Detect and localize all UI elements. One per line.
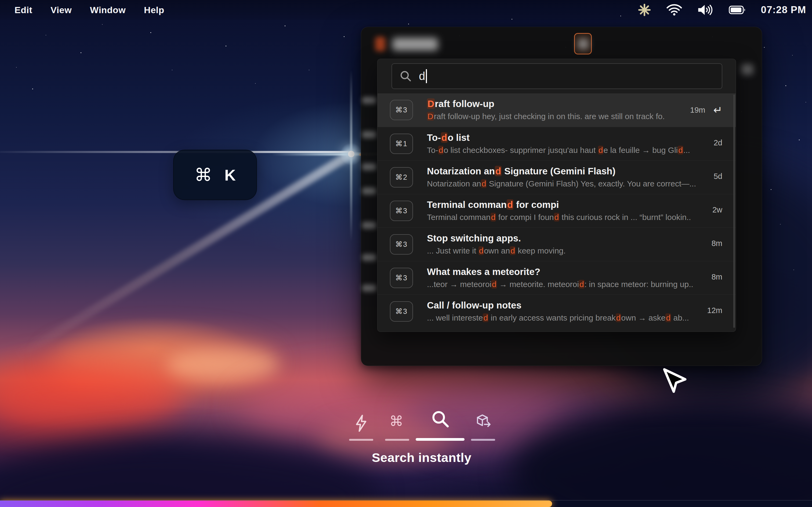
step-underline-active [416, 438, 464, 441]
result-shortcut-badge: ⌘3 [390, 201, 413, 221]
result-time: 19m [690, 106, 705, 115]
command-icon[interactable]: ⌘ [389, 413, 403, 429]
result-time: 5d [714, 172, 722, 181]
match-highlight: D [427, 99, 435, 109]
sidebar-item-blurred [362, 222, 376, 229]
match-highlight: d [554, 213, 560, 222]
return-key-icon: ↵ [713, 105, 722, 115]
match-highlight: d [579, 280, 585, 289]
result-row[interactable]: ⌘1 To-do list To-do list checkboxes- sup… [377, 127, 736, 160]
result-texts: Terminal command for compi Terminal comm… [427, 199, 706, 223]
result-title: Call / follow-up notes [427, 299, 701, 312]
result-meta: 8m [712, 239, 722, 248]
result-subtitle: ... well interested in early access want… [427, 312, 701, 324]
result-time: 2d [714, 138, 722, 147]
result-subtitle: Draft follow-up hey, just checking in on… [427, 111, 683, 122]
result-row[interactable]: ⌘3 Call / follow-up notes ... well inter… [377, 294, 736, 328]
match-highlight: d [483, 313, 489, 322]
command-glyph: ⌘ [194, 165, 212, 185]
result-subtitle: ...teor → meteoroid → meteorite. meteoro… [427, 278, 705, 290]
asterisk-icon[interactable] [638, 3, 651, 17]
sidebar-item-blurred [362, 163, 376, 170]
sidebar-item-blurred [362, 131, 376, 138]
match-highlight: d [481, 179, 487, 188]
result-shortcut-badge: ⌘3 [390, 100, 413, 120]
result-meta: 19m ↵ [690, 105, 722, 115]
sidebar-item-blurred [362, 97, 376, 104]
search-step-icon[interactable] [431, 410, 450, 429]
result-meta: 2d [714, 138, 722, 147]
result-title: Notarization and Signature (Gemini Flash… [427, 165, 707, 177]
result-texts: Stop switching apps. ... Just write it d… [427, 232, 705, 257]
volume-icon[interactable] [697, 3, 714, 16]
cmd-k-shortcut-badge: ⌘ K [173, 150, 257, 200]
horizon-light-streak [0, 151, 352, 153]
result-title: What makes a meteorite? [427, 266, 705, 278]
step-underline [471, 439, 495, 441]
match-highlight: d [616, 313, 621, 322]
result-shortcut-badge: ⌘1 [390, 133, 413, 154]
lens-flare-core [348, 151, 354, 157]
toolbar-button-glyph-blurred [578, 39, 589, 49]
app-icon-blurred [375, 37, 385, 51]
zap-icon[interactable] [354, 415, 368, 432]
result-texts: Notarization and Signature (Gemini Flash… [427, 165, 707, 190]
menu-item-help[interactable]: Help [144, 5, 164, 15]
progress-fill [0, 501, 552, 507]
result-row[interactable]: ⌘2 Notarization and Signature (Gemini Fl… [377, 160, 736, 194]
battery-icon[interactable] [729, 5, 746, 14]
result-row[interactable]: ⌘3 What makes a meteorite? ...teor → met… [377, 261, 736, 294]
result-time: 8m [712, 273, 722, 281]
result-meta: 2w [712, 206, 722, 214]
search-input[interactable]: d [392, 63, 722, 89]
step-underline [385, 439, 409, 441]
progress-track [0, 500, 812, 507]
result-texts: What makes a meteorite? ...teor → meteor… [427, 266, 705, 290]
result-row[interactable]: ⌘3 Draft follow-up Draft follow-up hey, … [377, 93, 736, 127]
match-highlight: d [678, 146, 683, 155]
menu-button-blurred[interactable] [742, 64, 753, 75]
text-caret [426, 69, 427, 83]
result-texts: To-do list To-do list checkboxes- suppri… [427, 131, 707, 156]
match-highlight: d [665, 313, 671, 322]
sidebar-item-blurred [362, 187, 376, 194]
match-highlight: D [427, 112, 434, 121]
scrollbar[interactable] [733, 95, 735, 328]
search-query: d [419, 70, 425, 82]
result-subtitle: ... Just write it down and keep moving. [427, 245, 705, 257]
menu-item-view[interactable]: View [50, 5, 72, 15]
result-subtitle: Terminal command for compi I found this … [427, 211, 706, 223]
window-title-blurred [392, 38, 438, 51]
result-title: Terminal command for compi [427, 199, 706, 211]
menu-item-window[interactable]: Window [90, 5, 126, 15]
result-texts: Call / follow-up notes ... well interest… [427, 299, 701, 324]
result-time: 8m [712, 239, 722, 248]
match-highlight: d [441, 132, 448, 143]
palette-window: d ⌘3 Draft follow-up Draft follow-up hey… [361, 27, 762, 366]
status-area: 07:28 PM [638, 3, 806, 17]
result-title: Stop switching apps. [427, 232, 705, 244]
package-export-icon[interactable] [475, 414, 491, 430]
onboarding-caption: Search instantly [341, 450, 502, 465]
key-glyph: K [224, 166, 236, 184]
result-time: 2w [712, 206, 722, 214]
menu-bar: EditViewWindowHelp [0, 0, 812, 20]
match-highlight: d [598, 146, 604, 155]
result-row[interactable]: ⌘3 Stop switching apps. ... Just write i… [377, 227, 736, 261]
result-title: To-do list [427, 131, 707, 144]
result-meta: 8m [712, 273, 722, 281]
match-highlight: d [478, 246, 484, 255]
search-panel: d ⌘3 Draft follow-up Draft follow-up hey… [377, 59, 736, 332]
mouse-cursor [662, 368, 690, 396]
result-subtitle: To-do list checkboxes- supprimer jusqu'a… [427, 144, 707, 156]
match-highlight: d [495, 166, 502, 176]
toolbar-button-active[interactable] [574, 33, 592, 54]
match-highlight: d [438, 146, 444, 155]
match-highlight: d [491, 280, 497, 289]
menu-items: EditViewWindowHelp [14, 5, 164, 15]
cloud [166, 349, 279, 381]
menu-item-edit[interactable]: Edit [14, 5, 32, 15]
wifi-icon[interactable] [666, 4, 682, 16]
match-highlight: d [491, 213, 496, 222]
result-row[interactable]: ⌘3 Terminal command for compi Terminal c… [377, 194, 736, 227]
